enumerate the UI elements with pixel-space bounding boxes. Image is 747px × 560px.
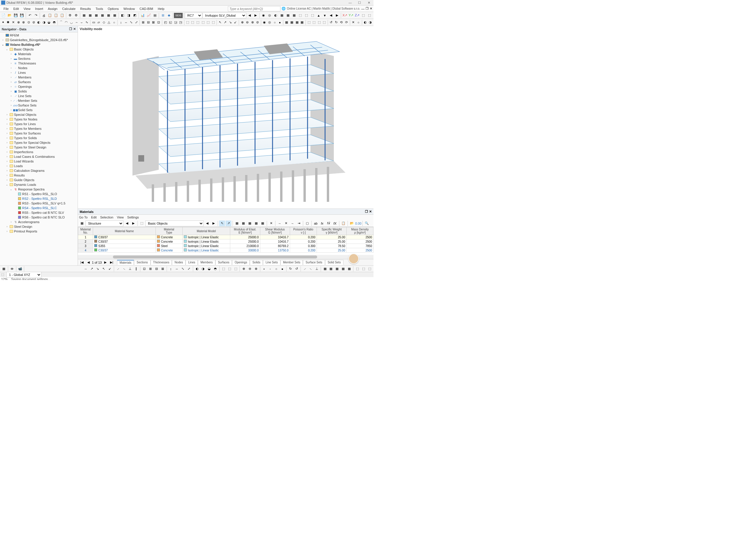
tb2-btn-49[interactable]: ↘ bbox=[228, 20, 233, 25]
tree-accelerograms[interactable]: ›↯Accelerograms bbox=[0, 220, 78, 224]
viewport-canvas[interactable] bbox=[78, 26, 374, 209]
tb2-btn-69[interactable]: ⬚ bbox=[317, 20, 321, 25]
tree-special-objects[interactable]: ›Special Objects bbox=[0, 112, 78, 117]
tb2-btn-72[interactable]: ↺ bbox=[329, 20, 334, 25]
tree-rs1[interactable]: RS1 - Spettro RSL_SLO bbox=[0, 192, 78, 196]
menu-file[interactable]: File bbox=[1, 6, 11, 11]
btb-btn-32[interactable]: ⊟ bbox=[154, 266, 159, 272]
tree-root[interactable]: RFEM bbox=[0, 33, 78, 37]
tab-thicknesses[interactable]: Thicknesses bbox=[151, 260, 172, 265]
table-row[interactable]: 1C30/37ConcreteIsotropic | Linear Elasti… bbox=[78, 235, 374, 239]
tb2-btn-38[interactable]: ◳ bbox=[178, 20, 183, 25]
c2-button[interactable]: 📂 bbox=[349, 220, 355, 226]
btb-btn-4[interactable]: 📹 bbox=[18, 266, 23, 272]
g1-button[interactable]: ▦ bbox=[234, 220, 240, 226]
btb-btn-71[interactable]: ⬚ bbox=[355, 266, 360, 272]
btb-btn-41[interactable]: ◑ bbox=[201, 266, 206, 272]
tb2-btn-77[interactable]: ✕ bbox=[351, 20, 356, 25]
tree-dynamic-loads[interactable]: ⌄Dynamic Loads bbox=[0, 182, 78, 187]
doc1-button[interactable]: 📋 bbox=[47, 12, 53, 18]
v13-button[interactable]: ▶ bbox=[334, 12, 340, 18]
axis-icon[interactable]: ⬚ bbox=[1, 273, 4, 276]
tree-openings[interactable]: ›○Openings bbox=[0, 84, 78, 89]
v10-button[interactable]: ▲ bbox=[316, 12, 321, 18]
table-row[interactable]: 4C30/37ConcreteIsotropic | Linear Elasti… bbox=[78, 248, 374, 252]
nav-prev-button[interactable]: ◀ bbox=[247, 12, 252, 18]
btb-btn-62[interactable]: ⟍ bbox=[308, 266, 313, 272]
menu-help[interactable]: Help bbox=[156, 6, 167, 11]
tab-solids[interactable]: Solids bbox=[250, 260, 263, 265]
grid4-button[interactable]: ▦ bbox=[100, 12, 105, 18]
tb2-btn-16[interactable]: ⌣ bbox=[79, 20, 84, 25]
tb2-btn-9[interactable]: ◒ bbox=[47, 20, 52, 25]
materials-table[interactable]: MaterialNo.Material NameMaterialTypeMate… bbox=[78, 227, 374, 255]
tb2-btn-40[interactable]: ⬚ bbox=[185, 20, 190, 25]
g3-button[interactable]: ▦ bbox=[247, 220, 253, 226]
close-icon[interactable]: ✕ bbox=[369, 210, 372, 213]
tb2-btn-31[interactable]: ⊟ bbox=[146, 20, 151, 25]
tab-sections[interactable]: Sections bbox=[134, 260, 150, 265]
tb2-btn-58[interactable]: ◎ bbox=[267, 20, 272, 25]
navigator-tree[interactable]: RFEM›Gewinkeltes_Bürogebäude_2024-03.rf6… bbox=[0, 32, 78, 265]
sel1-button[interactable]: ↖ bbox=[219, 220, 225, 226]
tree-imperfections[interactable]: ›Imperfections bbox=[0, 150, 78, 154]
tree-file2[interactable]: ⌄Volano Building.rf6* bbox=[0, 42, 78, 47]
mat-menu-view[interactable]: View bbox=[117, 216, 124, 219]
view-iso-button[interactable]: ⬚ bbox=[366, 12, 372, 18]
tree-file1[interactable]: ›Gewinkeltes_Bürogebäude_2024-03.rf6* bbox=[0, 37, 78, 42]
btb-btn-40[interactable]: ◐ bbox=[194, 266, 200, 272]
tb2-btn-74[interactable]: ⟲ bbox=[339, 20, 344, 25]
tb2-btn-10[interactable]: ◓ bbox=[52, 20, 57, 25]
fx3-button[interactable]: fX bbox=[332, 220, 338, 226]
menu-calculate[interactable]: Calculate bbox=[60, 6, 78, 11]
btb-btn-37[interactable]: ⤡ bbox=[180, 266, 186, 272]
structure-combo[interactable]: Structure bbox=[85, 220, 123, 226]
tree-rs6[interactable]: RS6 - Spettro cat B NTC SLO bbox=[0, 215, 78, 220]
tree-lines[interactable]: ›/Lines bbox=[0, 70, 78, 75]
func-button[interactable]: 📈 bbox=[146, 12, 152, 18]
tree-surface-sets[interactable]: ›▱▱Surface Sets bbox=[0, 103, 78, 108]
btb-btn-63[interactable]: ⊥ bbox=[314, 266, 319, 272]
table-row[interactable]: 2C30/37ConcreteIsotropic | Linear Elasti… bbox=[78, 239, 374, 244]
tb2-btn-0[interactable]: ✦ bbox=[1, 20, 5, 25]
a3-button[interactable]: → bbox=[289, 220, 295, 226]
prev-cat-button[interactable]: ◀ bbox=[124, 220, 130, 226]
next-cat-button[interactable]: ▶ bbox=[130, 220, 136, 226]
t2-button[interactable]: ◨ bbox=[126, 12, 132, 18]
v11-button[interactable]: ▼ bbox=[322, 12, 328, 18]
btb-btn-28[interactable]: ∥ bbox=[134, 266, 139, 272]
prev-tab-button[interactable]: ◀ bbox=[85, 260, 91, 265]
tree-nodes[interactable]: ›·Nodes bbox=[0, 65, 78, 70]
c1-button[interactable]: 📋 bbox=[340, 220, 346, 226]
tb2-btn-20[interactable]: ▱ bbox=[96, 20, 101, 25]
window-close-icon[interactable]: ✕ bbox=[370, 7, 372, 10]
tb2-btn-43[interactable]: ⬚ bbox=[201, 20, 205, 25]
menu-assign[interactable]: Assign bbox=[46, 6, 60, 11]
axis-x-icon[interactable]: X↗ bbox=[342, 12, 348, 18]
next2-button[interactable]: ▶ bbox=[211, 220, 216, 226]
tb2-btn-73[interactable]: ↻ bbox=[334, 20, 339, 25]
v8-button[interactable]: ⬚ bbox=[304, 12, 309, 18]
tree-load-cases-combinations[interactable]: ›Load Cases & Combinations bbox=[0, 154, 78, 159]
doc3-button[interactable]: 📋 bbox=[59, 12, 65, 18]
last-tab-button[interactable]: ▶| bbox=[109, 260, 115, 265]
tree-thicknesses[interactable]: ›≡Thicknesses bbox=[0, 61, 78, 65]
tb2-btn-59[interactable]: ○ bbox=[272, 20, 277, 25]
tb2-btn-53[interactable]: ⊖ bbox=[245, 20, 250, 25]
btb-btn-61[interactable]: ⟋ bbox=[302, 266, 308, 272]
btb-btn-51[interactable]: ⊗ bbox=[253, 266, 259, 272]
t1-button[interactable]: ◧ bbox=[120, 12, 126, 18]
tree-types-for-lines[interactable]: ›Types for Lines bbox=[0, 122, 78, 126]
close-panel-icon[interactable]: ✕ bbox=[73, 27, 76, 31]
fx1-button[interactable]: fx bbox=[319, 220, 325, 226]
basic-objects-combo[interactable]: Basic Objects bbox=[145, 220, 204, 226]
grid5-button[interactable]: ▦ bbox=[106, 12, 111, 18]
v7-button[interactable]: ⬚ bbox=[297, 12, 303, 18]
menu-results[interactable]: Results bbox=[78, 6, 93, 11]
btb-btn-26[interactable]: ⟍ bbox=[121, 266, 127, 272]
axis-z-icon[interactable]: Z↗ bbox=[354, 12, 360, 18]
maximize-button[interactable]: ☐ bbox=[356, 1, 363, 5]
tb2-btn-21[interactable]: ◇ bbox=[102, 20, 106, 25]
mat-menu-settings[interactable]: Settings bbox=[127, 216, 139, 219]
btb-btn-23[interactable]: ↙ bbox=[107, 266, 113, 272]
